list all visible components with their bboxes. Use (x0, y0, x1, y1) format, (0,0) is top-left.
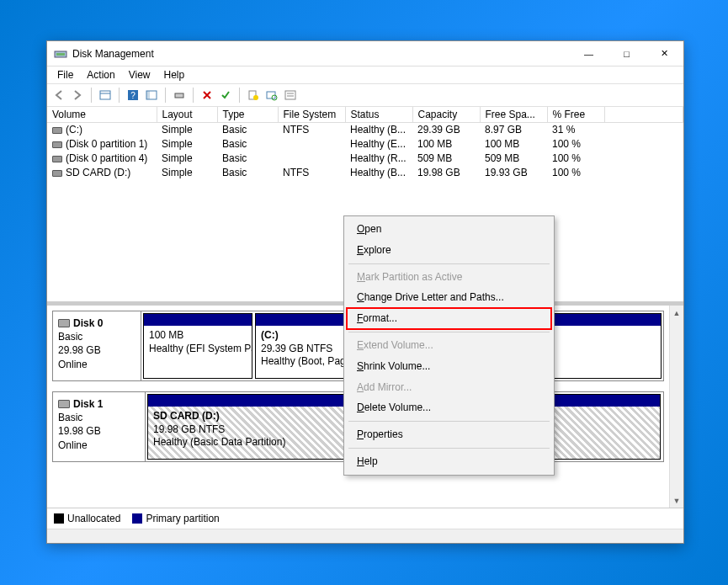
titlebar[interactable]: Disk Management — □ ✕ (47, 41, 683, 66)
legend-primary: Primary partition (146, 513, 219, 524)
table-row[interactable]: (Disk 0 partition 4)SimpleBasicHealthy (… (47, 152, 683, 166)
cell-capacity: 29.39 GB (412, 123, 480, 137)
cell-type: Basic (217, 123, 278, 137)
cell-volume: (C:) (66, 124, 82, 136)
menu-item-help[interactable]: Help (347, 451, 551, 472)
menu-item-format[interactable]: Format... (347, 308, 551, 329)
forward-icon[interactable] (69, 87, 86, 104)
menu-item-properties[interactable]: Properties (347, 424, 551, 445)
menu-item-extend-volume: Extend Volume... (347, 335, 551, 356)
check-icon[interactable] (217, 87, 234, 104)
partition[interactable]: 100 MBHealthy (EFI System Pa (143, 313, 252, 379)
cell-free: 19.93 GB (480, 166, 547, 180)
minimize-button[interactable]: — (570, 41, 608, 66)
close-button[interactable]: ✕ (646, 41, 683, 66)
menu-separator (348, 263, 550, 264)
scroll-up-icon[interactable]: ▲ (670, 306, 683, 320)
menu-help[interactable]: Help (157, 67, 192, 82)
partition-stripe (144, 314, 252, 326)
cell-type: Basic (217, 166, 278, 180)
menu-separator (348, 332, 550, 332)
svg-rect-2 (100, 91, 110, 99)
new-icon[interactable] (245, 87, 262, 104)
disk-icon (58, 400, 70, 408)
menubar: File Action View Help (47, 66, 683, 83)
cell-volume: (Disk 0 partition 4) (66, 152, 147, 164)
menu-item-shrink-volume[interactable]: Shrink Volume... (347, 356, 551, 377)
svg-rect-13 (285, 91, 295, 99)
cell-status: Healthy (R... (345, 152, 412, 166)
menu-item-explore[interactable]: Explore (347, 240, 551, 261)
window-title: Disk Management (72, 48, 570, 60)
help-icon[interactable]: ? (125, 87, 141, 104)
menu-action[interactable]: Action (80, 67, 121, 82)
cell-capacity: 100 MB (412, 137, 480, 152)
list-icon[interactable] (282, 87, 299, 104)
vertical-scrollbar[interactable]: ▲ ▼ (669, 306, 683, 508)
disk-label[interactable]: Disk 0Basic29.98 GBOnline (53, 311, 141, 380)
menu-separator (348, 421, 550, 422)
svg-rect-8 (175, 93, 183, 98)
device-icon[interactable] (171, 87, 188, 104)
horizontal-scrollbar[interactable] (47, 529, 683, 543)
svg-text:?: ? (130, 91, 136, 100)
cell-fs (278, 137, 345, 152)
cell-fs: NTFS (278, 123, 345, 137)
cell-pct: 100 % (547, 137, 604, 152)
cell-type: Basic (217, 137, 278, 152)
cell-free: 509 MB (480, 152, 547, 166)
table-row[interactable]: SD CARD (D:)SimpleBasicNTFSHealthy (B...… (47, 166, 683, 180)
menu-item-open[interactable]: Open (347, 219, 551, 240)
toolbar-icon-2[interactable] (143, 87, 160, 104)
col-status[interactable]: Status (345, 107, 412, 123)
cell-layout: Simple (157, 123, 217, 137)
drive-icon (52, 141, 62, 148)
cell-pct: 100 % (547, 152, 604, 166)
disk-label[interactable]: Disk 1Basic19.98 GBOnline (53, 392, 146, 461)
col-fs[interactable]: File System (278, 107, 345, 123)
col-type[interactable]: Type (217, 107, 278, 123)
context-menu: OpenExploreMark Partition as ActiveChang… (343, 215, 555, 476)
legend-swatch-primary (132, 513, 142, 524)
col-free[interactable]: Free Spa... (480, 107, 547, 123)
cell-free: 8.97 GB (480, 123, 547, 137)
cell-fs (278, 152, 345, 166)
cell-status: Healthy (E... (345, 137, 412, 152)
menu-item-delete-volume[interactable]: Delete Volume... (347, 397, 551, 418)
find-icon[interactable] (263, 87, 280, 104)
svg-rect-1 (56, 53, 65, 56)
table-header-row: Volume Layout Type File System Status Ca… (47, 107, 683, 123)
toolbar-icon-1[interactable] (97, 87, 114, 104)
volume-table: Volume Layout Type File System Status Ca… (47, 107, 683, 180)
col-pct[interactable]: % Free (547, 107, 604, 123)
cell-type: Basic (217, 152, 278, 166)
col-layout[interactable]: Layout (157, 107, 217, 123)
menu-file[interactable]: File (50, 67, 80, 82)
legend-unallocated: Unallocated (67, 513, 120, 524)
scroll-down-icon[interactable]: ▼ (670, 493, 683, 508)
cell-capacity: 19.98 GB (412, 166, 480, 180)
drive-icon (52, 127, 62, 134)
delete-icon[interactable] (199, 87, 215, 104)
svg-rect-7 (146, 91, 150, 99)
col-capacity[interactable]: Capacity (412, 107, 480, 123)
menu-item-add-mirror: Add Mirror... (347, 377, 551, 398)
legend-swatch-unallocated (54, 513, 64, 524)
menu-view[interactable]: View (122, 67, 157, 82)
table-row[interactable]: (C:)SimpleBasicNTFSHealthy (B...29.39 GB… (47, 123, 683, 137)
drive-icon (52, 170, 62, 177)
menu-item-mark-partition-as-active: Mark Partition as Active (347, 267, 551, 288)
back-icon[interactable] (50, 87, 67, 104)
col-volume[interactable]: Volume (47, 107, 157, 123)
table-row[interactable]: (Disk 0 partition 1)SimpleBasicHealthy (… (47, 137, 683, 152)
cell-capacity: 509 MB (412, 152, 480, 166)
toolbar: ? (47, 83, 683, 107)
app-icon (54, 47, 67, 61)
cell-pct: 31 % (547, 123, 604, 137)
maximize-button[interactable]: □ (608, 41, 646, 66)
cell-free: 100 MB (480, 137, 547, 152)
menu-item-change-drive-letter-and-paths[interactable]: Change Drive Letter and Paths... (347, 287, 551, 308)
cell-layout: Simple (157, 137, 217, 152)
legend: Unallocated Primary partition (47, 508, 683, 529)
cell-fs: NTFS (278, 166, 345, 180)
